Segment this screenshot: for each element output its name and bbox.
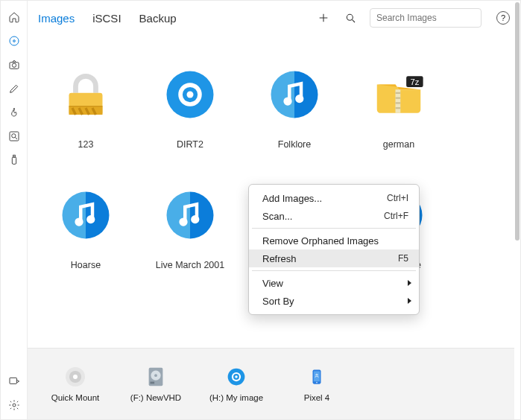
- svg-point-10: [347, 14, 353, 20]
- image-item-label: 123: [78, 139, 94, 150]
- phone-icon: [305, 365, 329, 389]
- search-input[interactable]: [370, 8, 481, 28]
- menu-item-label: Scan...: [262, 211, 384, 222]
- svg-rect-33: [190, 188, 217, 242]
- tray-item-quickmount[interactable]: Quick Mount: [45, 365, 105, 404]
- menu-separator: [252, 270, 416, 271]
- image-item[interactable]: 123: [34, 65, 138, 150]
- disc-small-icon: [224, 365, 248, 389]
- help-icon[interactable]: ?: [496, 11, 510, 25]
- hdd-icon: [144, 365, 168, 389]
- burn-icon[interactable]: [4, 103, 24, 122]
- menu-refresh[interactable]: Refresh F5: [249, 249, 419, 267]
- svg-rect-8: [10, 378, 16, 384]
- disc-icon[interactable]: [4, 31, 24, 51]
- svg-rect-28: [86, 188, 113, 242]
- music-disc-icon: [56, 185, 116, 245]
- menu-item-label: Add Images...: [262, 193, 387, 204]
- svg-point-16: [187, 92, 194, 98]
- svg-point-34: [179, 217, 187, 226]
- header: Images iSCSI Backup ?: [28, 1, 520, 35]
- tab-iscsi[interactable]: iSCSI: [92, 12, 121, 25]
- image-item[interactable]: Hoarse: [34, 185, 138, 270]
- svg-rect-6: [12, 157, 16, 164]
- menu-separator: [252, 228, 416, 229]
- menu-remove-orphaned[interactable]: Remove Orphaned Images: [249, 232, 419, 249]
- svg-point-3: [12, 63, 16, 67]
- svg-point-51: [154, 374, 157, 377]
- menu-item-label: View: [262, 278, 408, 289]
- header-tabs: Images iSCSI Backup: [38, 12, 177, 25]
- tray-item-vhd[interactable]: (F:) NewVHD: [126, 365, 186, 404]
- menu-item-label: Remove Orphaned Images: [262, 235, 408, 246]
- image-item-label: Hoarse: [71, 260, 101, 270]
- svg-point-5: [11, 134, 15, 138]
- image-item-label: Folklore: [278, 139, 311, 150]
- svg-point-9: [13, 404, 16, 407]
- mount-tool-icon[interactable]: [4, 372, 24, 391]
- svg-point-35: [191, 215, 199, 223]
- image-item-label: german: [383, 139, 414, 150]
- svg-point-56: [235, 375, 238, 378]
- edit-icon[interactable]: [4, 79, 24, 98]
- tab-images[interactable]: Images: [38, 12, 75, 25]
- tray-item-myimage[interactable]: (H:) My image: [206, 365, 266, 404]
- image-item[interactable]: Live March 2001: [138, 185, 242, 270]
- tray-item-label: Pixel 4: [304, 393, 330, 404]
- svg-point-29: [75, 217, 83, 226]
- lock-icon: [56, 65, 116, 124]
- context-menu: Add Images... Ctrl+I Scan... Ctrl+F Remo…: [248, 184, 420, 315]
- tab-backup[interactable]: Backup: [139, 12, 177, 25]
- tray-item-label: (H:) My image: [209, 393, 263, 404]
- menu-item-shortcut: Ctrl+F: [384, 211, 408, 221]
- svg-rect-7: [13, 155, 15, 157]
- menu-item-label: Refresh: [262, 253, 398, 264]
- menu-scan[interactable]: Scan... Ctrl+F: [249, 207, 419, 225]
- settings-icon[interactable]: [4, 395, 24, 415]
- device-tray: Quick Mount (F:) NewVHD (H:) My image Pi…: [28, 348, 514, 419]
- camera-icon[interactable]: [4, 55, 24, 74]
- tray-item-pixel4[interactable]: Pixel 4: [287, 365, 347, 404]
- music-disc-icon: [160, 185, 220, 245]
- menu-view[interactable]: View: [249, 274, 419, 292]
- svg-rect-4: [10, 132, 19, 141]
- usb-icon[interactable]: [4, 150, 24, 170]
- image-item[interactable]: 7z german: [347, 65, 451, 150]
- quickmount-icon: [63, 365, 87, 389]
- svg-point-0: [10, 36, 19, 45]
- image-item[interactable]: Folklore: [242, 65, 347, 150]
- svg-point-48: [73, 375, 78, 379]
- tray-item-label: Quick Mount: [51, 393, 100, 404]
- svg-point-59: [316, 381, 318, 383]
- svg-point-22: [295, 95, 303, 103]
- svg-point-30: [86, 215, 95, 223]
- svg-rect-52: [151, 381, 155, 384]
- tray-item-label: (F:) NewVHD: [130, 393, 181, 404]
- menu-item-shortcut: F5: [398, 253, 408, 264]
- image-item-label: DIRT2: [177, 139, 203, 150]
- svg-rect-19: [294, 68, 321, 121]
- svg-point-1: [13, 40, 15, 42]
- image-item[interactable]: DIRT2: [138, 65, 242, 150]
- svg-text:7z: 7z: [410, 77, 419, 86]
- music-disc-icon: [265, 65, 324, 124]
- menu-add-images[interactable]: Add Images... Ctrl+I: [249, 189, 419, 207]
- search-icon[interactable]: [343, 10, 358, 25]
- menu-item-shortcut: Ctrl+I: [387, 193, 408, 203]
- svg-point-21: [283, 97, 291, 105]
- menu-sort-by[interactable]: Sort By: [249, 292, 419, 310]
- disc-image-icon: [160, 65, 220, 124]
- scrollbar[interactable]: [515, 2, 520, 241]
- add-icon[interactable]: [316, 10, 331, 25]
- sidebar: [1, 1, 28, 419]
- menu-item-label: Sort By: [262, 296, 408, 307]
- home-icon[interactable]: [4, 7, 24, 27]
- search-sidebar-icon[interactable]: [4, 127, 24, 146]
- archive-folder-icon: 7z: [369, 65, 429, 124]
- image-item-label: Live March 2001: [156, 260, 224, 270]
